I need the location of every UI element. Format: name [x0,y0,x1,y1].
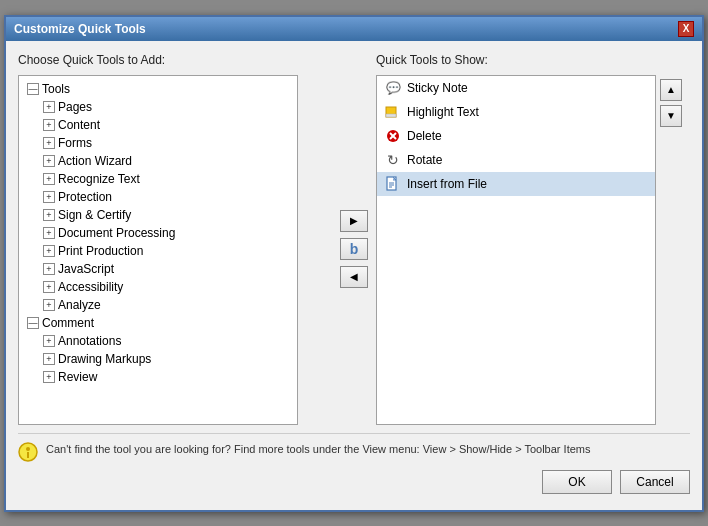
rotate-icon: ↻ [385,152,401,168]
sticky-note-label: Sticky Note [407,81,468,95]
dialog-body: Choose Quick Tools to Add: — Tools + Pag… [6,41,702,510]
tree-label-sign-certify: Sign & Certify [58,208,131,222]
tree-item-comment[interactable]: — Comment [23,314,293,332]
expander-javascript[interactable]: + [43,263,55,275]
hint-row: Can't find the tool you are looking for?… [18,442,690,462]
right-panel-label: Quick Tools to Show: [376,53,690,67]
tree-child-drawing-markups[interactable]: + Drawing Markups [23,350,293,368]
tree-label-drawing-markups: Drawing Markups [58,352,151,366]
move-left-icon: ◀ [350,271,358,282]
tree-child-protection[interactable]: + Protection [23,188,293,206]
tree-label-comment: Comment [42,316,94,330]
expander-action-wizard[interactable]: + [43,155,55,167]
svg-rect-11 [27,452,29,458]
right-arrows: ▲ ▼ [660,75,682,425]
customize-quick-tools-dialog: Customize Quick Tools X Choose Quick Too… [4,15,704,512]
expander-comment[interactable]: — [27,317,39,329]
tree-child-pages[interactable]: + Pages [23,98,293,116]
expander-drawing-markups[interactable]: + [43,353,55,365]
insert-from-file-icon [385,176,401,192]
add-icon: ▶ [350,215,358,226]
left-panel: Choose Quick Tools to Add: — Tools + Pag… [18,53,332,425]
remove-tool-button[interactable]: b [340,238,368,260]
expander-protection[interactable]: + [43,191,55,203]
move-left-button[interactable]: ◀ [340,266,368,288]
highlight-text-label: Highlight Text [407,105,479,119]
remove-icon: b [350,241,359,257]
tree-label-analyze: Analyze [58,298,101,312]
tree-child-forms[interactable]: + Forms [23,134,293,152]
expander-annotations[interactable]: + [43,335,55,347]
tree-child-action-wizard[interactable]: + Action Wizard [23,152,293,170]
tree-child-review[interactable]: + Review [23,368,293,386]
dialog-title: Customize Quick Tools [14,22,146,36]
title-bar: Customize Quick Tools X [6,17,702,41]
list-item-rotate[interactable]: ↻ Rotate [377,148,655,172]
tree-label-action-wizard: Action Wizard [58,154,132,168]
tree-child-analyze[interactable]: + Analyze [23,296,293,314]
tree-label-protection: Protection [58,190,112,204]
tree-box[interactable]: — Tools + Pages + Content + Forms [18,75,298,425]
tree-child-sign-certify[interactable]: + Sign & Certify [23,206,293,224]
expander-review[interactable]: + [43,371,55,383]
svg-rect-1 [386,114,396,117]
expander-recognize-text[interactable]: + [43,173,55,185]
tree-label-print-production: Print Production [58,244,143,258]
bottom-section: Can't find the tool you are looking for?… [18,433,690,498]
hint-text: Can't find the tool you are looking for?… [46,442,590,457]
tree-label-content: Content [58,118,100,132]
tree-label-review: Review [58,370,97,384]
main-row: Choose Quick Tools to Add: — Tools + Pag… [18,53,690,425]
move-down-button[interactable]: ▼ [660,105,682,127]
move-up-button[interactable]: ▲ [660,79,682,101]
tree-label-tools: Tools [42,82,70,96]
expander-accessibility[interactable]: + [43,281,55,293]
hint-icon [18,442,38,462]
middle-buttons: ▶ b ◀ [332,73,376,425]
down-icon: ▼ [666,110,676,121]
list-item-sticky-note[interactable]: 💬 Sticky Note [377,76,655,100]
expander-pages[interactable]: + [43,101,55,113]
tree-label-pages: Pages [58,100,92,114]
expander-forms[interactable]: + [43,137,55,149]
delete-icon [385,128,401,144]
expander-sign-certify[interactable]: + [43,209,55,221]
tree-label-forms: Forms [58,136,92,150]
right-area: 💬 Sticky Note Highlight Text [376,75,690,425]
list-item-highlight-text[interactable]: Highlight Text [377,100,655,124]
tree-child-javascript[interactable]: + JavaScript [23,260,293,278]
expander-tools[interactable]: — [27,83,39,95]
insert-from-file-label: Insert from File [407,177,487,191]
expander-document-processing[interactable]: + [43,227,55,239]
sticky-note-icon: 💬 [385,80,401,96]
tree-child-annotations[interactable]: + Annotations [23,332,293,350]
quick-tools-list[interactable]: 💬 Sticky Note Highlight Text [376,75,656,425]
list-item-delete[interactable]: Delete [377,124,655,148]
tree-child-print-production[interactable]: + Print Production [23,242,293,260]
tree-label-recognize-text: Recognize Text [58,172,140,186]
expander-print-production[interactable]: + [43,245,55,257]
expander-content[interactable]: + [43,119,55,131]
highlight-text-icon [385,104,401,120]
tree-label-document-processing: Document Processing [58,226,175,240]
delete-label: Delete [407,129,442,143]
tree-label-javascript: JavaScript [58,262,114,276]
expander-analyze[interactable]: + [43,299,55,311]
tree-child-accessibility[interactable]: + Accessibility [23,278,293,296]
ok-button[interactable]: OK [542,470,612,494]
buttons-row: OK Cancel [18,470,690,498]
list-item-insert-from-file[interactable]: Insert from File [377,172,655,196]
svg-point-10 [26,447,30,451]
right-panel: Quick Tools to Show: 💬 Sticky Note [376,53,690,425]
tree-child-recognize-text[interactable]: + Recognize Text [23,170,293,188]
close-button[interactable]: X [678,21,694,37]
tree-item-tools[interactable]: — Tools [23,80,293,98]
add-tool-button[interactable]: ▶ [340,210,368,232]
cancel-button[interactable]: Cancel [620,470,690,494]
rotate-label: Rotate [407,153,442,167]
left-panel-label: Choose Quick Tools to Add: [18,53,332,67]
up-icon: ▲ [666,84,676,95]
tree-label-accessibility: Accessibility [58,280,123,294]
tree-child-document-processing[interactable]: + Document Processing [23,224,293,242]
tree-child-content[interactable]: + Content [23,116,293,134]
